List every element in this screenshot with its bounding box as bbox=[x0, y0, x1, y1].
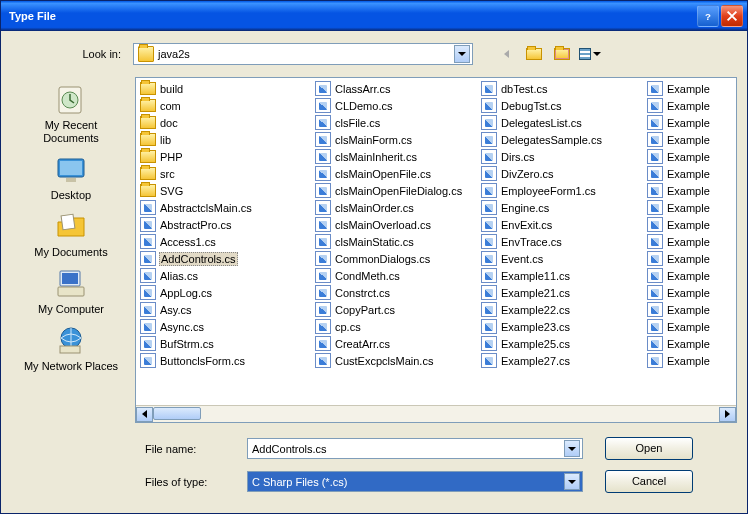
file-item[interactable]: Example bbox=[645, 114, 734, 131]
filename-combo[interactable]: AddControls.cs bbox=[247, 438, 583, 459]
file-item[interactable]: DelegatesList.cs bbox=[479, 114, 645, 131]
file-item[interactable]: DebugTst.cs bbox=[479, 97, 645, 114]
file-item[interactable]: Example bbox=[645, 352, 734, 369]
file-item[interactable]: clsMainOverload.cs bbox=[313, 216, 479, 233]
lookin-combo[interactable]: java2s bbox=[133, 43, 473, 65]
place-recent[interactable]: My Recent Documents bbox=[21, 81, 121, 147]
file-item[interactable]: Example bbox=[645, 233, 734, 250]
folder-item[interactable]: com bbox=[138, 97, 313, 114]
file-item[interactable]: EnvExit.cs bbox=[479, 216, 645, 233]
back-button[interactable] bbox=[495, 44, 517, 64]
item-label: cp.cs bbox=[334, 321, 362, 333]
file-item[interactable]: AbstractPro.cs bbox=[138, 216, 313, 233]
file-item[interactable]: Example bbox=[645, 335, 734, 352]
file-item[interactable]: ClassArr.cs bbox=[313, 80, 479, 97]
file-item[interactable]: Example27.cs bbox=[479, 352, 645, 369]
file-item[interactable]: Engine.cs bbox=[479, 199, 645, 216]
file-item[interactable]: Example bbox=[645, 148, 734, 165]
file-item[interactable]: Asy.cs bbox=[138, 301, 313, 318]
place-mydocuments[interactable]: My Documents bbox=[21, 208, 121, 261]
item-label: lib bbox=[159, 134, 172, 146]
file-item[interactable]: CLDemo.cs bbox=[313, 97, 479, 114]
csharp-file-icon bbox=[481, 251, 497, 266]
dropdown-icon[interactable] bbox=[564, 440, 580, 457]
file-item[interactable]: EmployeeForm1.cs bbox=[479, 182, 645, 199]
file-item[interactable]: clsMainOpenFileDialog.cs bbox=[313, 182, 479, 199]
scroll-thumb[interactable] bbox=[153, 407, 201, 420]
scroll-left-button[interactable] bbox=[136, 407, 153, 422]
file-item[interactable]: CondMeth.cs bbox=[313, 267, 479, 284]
file-item[interactable]: CustExcpclsMain.cs bbox=[313, 352, 479, 369]
file-list[interactable]: buildcomdoclibPHPsrcSVGAbstractclsMain.c… bbox=[135, 77, 737, 423]
file-item[interactable]: Constrct.cs bbox=[313, 284, 479, 301]
folder-item[interactable]: lib bbox=[138, 131, 313, 148]
file-item[interactable]: DelegatesSample.cs bbox=[479, 131, 645, 148]
network-places-icon bbox=[54, 324, 88, 358]
file-item[interactable]: dbTest.cs bbox=[479, 80, 645, 97]
file-item[interactable]: AppLog.cs bbox=[138, 284, 313, 301]
file-item[interactable]: Example25.cs bbox=[479, 335, 645, 352]
file-item[interactable]: EnvTrace.cs bbox=[479, 233, 645, 250]
folder-item[interactable]: src bbox=[138, 165, 313, 182]
file-item[interactable]: clsMainStatic.cs bbox=[313, 233, 479, 250]
file-item[interactable]: ButtonclsForm.cs bbox=[138, 352, 313, 369]
dropdown-icon[interactable] bbox=[564, 473, 580, 490]
file-item[interactable]: Example bbox=[645, 318, 734, 335]
file-item[interactable]: AddControls.cs bbox=[138, 250, 313, 267]
file-item[interactable]: clsMainOpenFile.cs bbox=[313, 165, 479, 182]
file-item[interactable]: CreatArr.cs bbox=[313, 335, 479, 352]
horizontal-scrollbar[interactable] bbox=[136, 405, 736, 422]
file-item[interactable]: Example bbox=[645, 97, 734, 114]
file-item[interactable]: clsFile.cs bbox=[313, 114, 479, 131]
file-item[interactable]: Dirs.cs bbox=[479, 148, 645, 165]
file-item[interactable]: CopyPart.cs bbox=[313, 301, 479, 318]
folder-item[interactable]: build bbox=[138, 80, 313, 97]
folder-item[interactable]: PHP bbox=[138, 148, 313, 165]
file-item[interactable]: Example bbox=[645, 267, 734, 284]
file-item[interactable]: clsMainInherit.cs bbox=[313, 148, 479, 165]
file-item[interactable]: CommonDialogs.cs bbox=[313, 250, 479, 267]
up-one-level-button[interactable] bbox=[523, 44, 545, 64]
csharp-file-icon bbox=[481, 200, 497, 215]
open-button[interactable]: Open bbox=[605, 437, 693, 460]
view-menu-button[interactable] bbox=[579, 44, 601, 64]
place-desktop[interactable]: Desktop bbox=[21, 151, 121, 204]
file-item[interactable]: Access1.cs bbox=[138, 233, 313, 250]
file-item[interactable]: Example23.cs bbox=[479, 318, 645, 335]
place-mycomputer[interactable]: My Computer bbox=[21, 265, 121, 318]
dropdown-icon[interactable] bbox=[454, 45, 470, 63]
file-item[interactable]: Example bbox=[645, 165, 734, 182]
scroll-track[interactable] bbox=[153, 407, 719, 422]
file-item[interactable]: Alias.cs bbox=[138, 267, 313, 284]
file-item[interactable]: Example bbox=[645, 80, 734, 97]
cancel-button[interactable]: Cancel bbox=[605, 470, 693, 493]
file-item[interactable]: Example bbox=[645, 216, 734, 233]
file-item[interactable]: Example11.cs bbox=[479, 267, 645, 284]
folder-item[interactable]: SVG bbox=[138, 182, 313, 199]
place-network[interactable]: My Network Places bbox=[21, 322, 121, 375]
file-item[interactable]: Example bbox=[645, 284, 734, 301]
csharp-file-icon bbox=[481, 166, 497, 181]
item-label: AbstractPro.cs bbox=[159, 219, 233, 231]
file-item[interactable]: Example bbox=[645, 182, 734, 199]
file-item[interactable]: BufStrm.cs bbox=[138, 335, 313, 352]
file-item[interactable]: clsMainForm.cs bbox=[313, 131, 479, 148]
help-button[interactable]: ? bbox=[697, 5, 719, 27]
file-item[interactable]: Example bbox=[645, 301, 734, 318]
file-item[interactable]: Async.cs bbox=[138, 318, 313, 335]
folder-item[interactable]: doc bbox=[138, 114, 313, 131]
file-item[interactable]: AbstractclsMain.cs bbox=[138, 199, 313, 216]
close-button[interactable] bbox=[721, 5, 743, 27]
file-item[interactable]: Event.cs bbox=[479, 250, 645, 267]
file-item[interactable]: DivZero.cs bbox=[479, 165, 645, 182]
file-item[interactable]: cp.cs bbox=[313, 318, 479, 335]
filter-combo[interactable]: C Sharp Files (*.cs) bbox=[247, 471, 583, 492]
new-folder-button[interactable] bbox=[551, 44, 573, 64]
file-item[interactable]: Example bbox=[645, 199, 734, 216]
scroll-right-button[interactable] bbox=[719, 407, 736, 422]
file-item[interactable]: Example21.cs bbox=[479, 284, 645, 301]
file-item[interactable]: clsMainOrder.cs bbox=[313, 199, 479, 216]
file-item[interactable]: Example bbox=[645, 250, 734, 267]
file-item[interactable]: Example22.cs bbox=[479, 301, 645, 318]
file-item[interactable]: Example bbox=[645, 131, 734, 148]
